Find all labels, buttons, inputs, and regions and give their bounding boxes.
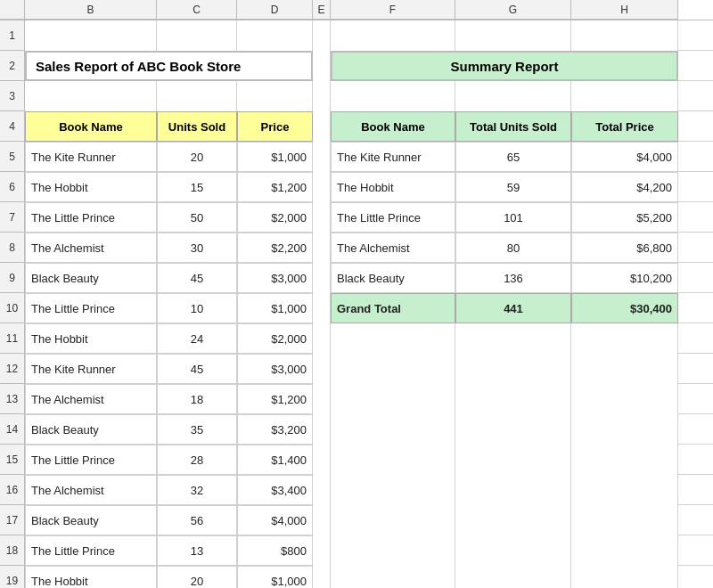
- summary-r2-price[interactable]: $4,200: [571, 172, 678, 202]
- sales-header-unitssold[interactable]: Units Sold: [157, 111, 237, 142]
- grand-total-label[interactable]: Grand Total: [331, 293, 455, 323]
- summary-header-bookname[interactable]: Book Name: [331, 111, 455, 142]
- row-num-8[interactable]: 8: [0, 233, 25, 263]
- cell-e12[interactable]: [313, 354, 331, 384]
- sales-r13-units[interactable]: 56: [157, 505, 237, 535]
- cell-f3[interactable]: [331, 81, 455, 111]
- cell-g3[interactable]: [455, 81, 571, 111]
- cell-e7[interactable]: [313, 202, 331, 233]
- cell-f14[interactable]: [331, 414, 455, 445]
- sales-r8-bookname[interactable]: The Kite Runner: [25, 354, 157, 384]
- cell-h16[interactable]: [571, 475, 678, 505]
- sales-r11-bookname[interactable]: The Little Prince: [25, 445, 157, 475]
- summary-r3-bookname[interactable]: The Little Prince: [331, 202, 455, 233]
- sales-r4-price[interactable]: $2,200: [237, 233, 313, 263]
- summary-r5-bookname[interactable]: Black Beauty: [331, 263, 455, 293]
- cell-e17[interactable]: [313, 505, 331, 535]
- grand-total-units[interactable]: 441: [455, 293, 571, 323]
- cell-c1[interactable]: [157, 20, 237, 51]
- sales-r1-units[interactable]: 20: [157, 142, 237, 172]
- cell-g13[interactable]: [455, 384, 571, 414]
- sales-header-bookname[interactable]: Book Name: [25, 111, 157, 142]
- row-num-7[interactable]: 7: [0, 202, 25, 233]
- cell-e13[interactable]: [313, 384, 331, 414]
- cell-e9[interactable]: [313, 263, 331, 293]
- cell-h18[interactable]: [571, 535, 678, 566]
- cell-f19[interactable]: [331, 566, 455, 588]
- sales-r7-units[interactable]: 24: [157, 323, 237, 354]
- cell-e10[interactable]: [313, 293, 331, 323]
- cell-g12[interactable]: [455, 354, 571, 384]
- sales-r7-bookname[interactable]: The Hobbit: [25, 323, 157, 354]
- row-num-1[interactable]: 1: [0, 20, 25, 51]
- col-header-e[interactable]: E: [313, 0, 331, 20]
- summary-header-totalunits[interactable]: Total Units Sold: [455, 111, 571, 142]
- cell-f16[interactable]: [331, 475, 455, 505]
- cell-h11[interactable]: [571, 323, 678, 354]
- cell-h14[interactable]: [571, 414, 678, 445]
- sales-r12-bookname[interactable]: The Alchemist: [25, 475, 157, 505]
- cell-f15[interactable]: [331, 445, 455, 475]
- cell-e15[interactable]: [313, 445, 331, 475]
- summary-r1-units[interactable]: 65: [455, 142, 571, 172]
- sales-r8-price[interactable]: $3,000: [237, 354, 313, 384]
- sales-r11-units[interactable]: 28: [157, 445, 237, 475]
- cell-e2[interactable]: [313, 51, 331, 81]
- cell-f1[interactable]: [331, 20, 455, 51]
- sales-r5-price[interactable]: $3,000: [237, 263, 313, 293]
- sales-r11-price[interactable]: $1,400: [237, 445, 313, 475]
- cell-g17[interactable]: [455, 505, 571, 535]
- sales-r12-price[interactable]: $3,400: [237, 475, 313, 505]
- grand-total-price[interactable]: $30,400: [571, 293, 678, 323]
- summary-r4-bookname[interactable]: The Alchemist: [331, 233, 455, 263]
- row-num-19[interactable]: 19: [0, 566, 25, 588]
- sales-r13-price[interactable]: $4,000: [237, 505, 313, 535]
- sales-r4-units[interactable]: 30: [157, 233, 237, 263]
- sales-r9-units[interactable]: 18: [157, 384, 237, 414]
- cell-g16[interactable]: [455, 475, 571, 505]
- cell-g18[interactable]: [455, 535, 571, 566]
- sales-r6-bookname[interactable]: The Little Prince: [25, 293, 157, 323]
- sales-r3-price[interactable]: $2,000: [237, 202, 313, 233]
- row-num-13[interactable]: 13: [0, 384, 25, 414]
- summary-r5-units[interactable]: 136: [455, 263, 571, 293]
- sales-r13-bookname[interactable]: Black Beauty: [25, 505, 157, 535]
- row-num-18[interactable]: 18: [0, 535, 25, 566]
- summary-r4-units[interactable]: 80: [455, 233, 571, 263]
- cell-h17[interactable]: [571, 505, 678, 535]
- sales-r9-price[interactable]: $1,200: [237, 384, 313, 414]
- row-num-12[interactable]: 12: [0, 354, 25, 384]
- row-num-14[interactable]: 14: [0, 414, 25, 445]
- cell-f11[interactable]: [331, 323, 455, 354]
- cell-g11[interactable]: [455, 323, 571, 354]
- cell-e11[interactable]: [313, 323, 331, 354]
- summary-r1-price[interactable]: $4,000: [571, 142, 678, 172]
- cell-b1[interactable]: [25, 20, 157, 51]
- cell-g15[interactable]: [455, 445, 571, 475]
- cell-b3[interactable]: [25, 81, 157, 111]
- cell-e1[interactable]: [313, 20, 331, 51]
- row-num-2[interactable]: 2: [0, 51, 25, 81]
- cell-h19[interactable]: [571, 566, 678, 588]
- col-header-h[interactable]: H: [571, 0, 678, 20]
- cell-e5[interactable]: [313, 142, 331, 172]
- row-num-11[interactable]: 11: [0, 323, 25, 354]
- sales-r2-price[interactable]: $1,200: [237, 172, 313, 202]
- sales-r14-price[interactable]: $800: [237, 535, 313, 566]
- sales-r2-units[interactable]: 15: [157, 172, 237, 202]
- summary-r1-bookname[interactable]: The Kite Runner: [331, 142, 455, 172]
- row-num-6[interactable]: 6: [0, 172, 25, 202]
- sales-r6-price[interactable]: $1,000: [237, 293, 313, 323]
- cell-c3[interactable]: [157, 81, 237, 111]
- row-num-15[interactable]: 15: [0, 445, 25, 475]
- cell-e18[interactable]: [313, 535, 331, 566]
- summary-r2-bookname[interactable]: The Hobbit: [331, 172, 455, 202]
- col-header-c[interactable]: C: [157, 0, 237, 20]
- sales-r3-units[interactable]: 50: [157, 202, 237, 233]
- cell-f12[interactable]: [331, 354, 455, 384]
- sales-r14-units[interactable]: 13: [157, 535, 237, 566]
- cell-g19[interactable]: [455, 566, 571, 588]
- sales-report-title[interactable]: Sales Report of ABC Book Store: [25, 51, 313, 81]
- cell-e16[interactable]: [313, 475, 331, 505]
- row-num-9[interactable]: 9: [0, 263, 25, 293]
